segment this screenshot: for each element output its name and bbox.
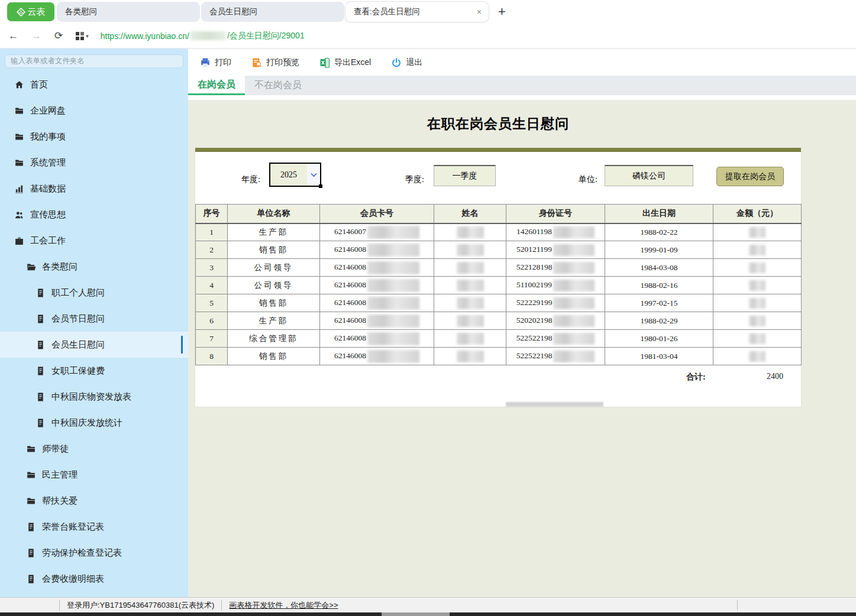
view-tab-strip: 在岗会员 不在岗会员 bbox=[188, 76, 856, 95]
tab-label: 查看:会员生日慰问 bbox=[354, 7, 420, 17]
sidebar-item-label: 中秋国庆物资发放表 bbox=[51, 391, 131, 403]
folder-icon bbox=[14, 158, 24, 168]
refresh-icon[interactable]: ⟳ bbox=[54, 30, 63, 42]
apps-grid-icon[interactable]: ▾ bbox=[76, 32, 89, 40]
print-preview-label: 打印预览 bbox=[266, 57, 299, 68]
browser-tab-active[interactable]: 查看:会员生日慰问 × bbox=[345, 2, 489, 22]
cell-id: 142601198 bbox=[506, 223, 605, 241]
sidebar-item-label: 中秋国庆发放统计 bbox=[51, 417, 122, 429]
sidebar-item[interactable]: 工会工作 bbox=[0, 228, 188, 254]
tab-on-duty-members[interactable]: 在岗会员 bbox=[188, 76, 245, 95]
redacted-blur bbox=[367, 226, 419, 239]
print-preview-button[interactable]: 打印预览 bbox=[251, 57, 299, 68]
cell-amount bbox=[713, 223, 802, 241]
cell-unit: 销售部 bbox=[228, 241, 320, 259]
sidebar-item[interactable]: 企业网盘 bbox=[0, 98, 188, 124]
sidebar-item[interactable]: 职工个人慰问 bbox=[0, 280, 188, 306]
folder-icon bbox=[14, 106, 24, 116]
sidebar-item[interactable]: 中秋国庆物资发放表 bbox=[0, 384, 188, 410]
sidebar-item[interactable]: 首页 bbox=[0, 72, 188, 98]
folder-icon bbox=[26, 444, 36, 454]
total-row: 合计: 2400 bbox=[195, 372, 801, 385]
quarter-field[interactable]: 一季度 bbox=[434, 165, 496, 186]
main-panel: 打印 打印预览 导出Excel 退出 在岗会员 不在岗会员 bbox=[188, 48, 856, 597]
sidebar-item[interactable]: 系统管理 bbox=[0, 150, 188, 176]
sidebar-item[interactable]: 各类慰问 bbox=[0, 254, 188, 280]
year-value: 2025 bbox=[270, 170, 307, 180]
sidebar-search-input[interactable]: 输入表单或者文件夹名 bbox=[5, 54, 183, 68]
table-row: 8销售部621460085225221981981-03-04 bbox=[196, 348, 802, 365]
tab-off-duty-members[interactable]: 不在岗会员 bbox=[245, 76, 311, 95]
close-tab-icon[interactable]: × bbox=[477, 7, 482, 17]
cell-amount bbox=[713, 277, 802, 294]
redacted-blur bbox=[749, 262, 765, 273]
sidebar-item[interactable]: 女职工保健费 bbox=[0, 358, 188, 384]
sidebar-item-label: 劳动保护检查登记表 bbox=[42, 547, 122, 559]
promo-link[interactable]: 画表格开发软件，你也能学会>> bbox=[229, 600, 338, 611]
year-select[interactable]: 2025 bbox=[269, 163, 321, 187]
redacted-blur bbox=[553, 226, 595, 238]
cell-unit: 生产部 bbox=[228, 223, 320, 241]
new-tab-icon[interactable]: + bbox=[498, 4, 506, 20]
address-bar[interactable]: https://www.iyunbiao.cn/ /会员生日慰问/29001 bbox=[101, 31, 305, 41]
unit-field[interactable]: 磷镁公司 bbox=[605, 165, 693, 186]
redacted-blur bbox=[457, 244, 484, 256]
sidebar-item[interactable]: 会员节日慰问 bbox=[0, 306, 188, 332]
sidebar-item[interactable]: 基础数据 bbox=[0, 176, 188, 202]
yunbiao-logo[interactable]: 云表 bbox=[7, 2, 54, 21]
sidebar-item[interactable]: 民主管理 bbox=[0, 462, 188, 488]
url-suffix: /会员生日慰问/29001 bbox=[227, 31, 305, 41]
browser-tab-1[interactable]: 各类慰问 bbox=[57, 2, 200, 22]
sidebar-item[interactable]: 荣誉台账登记表 bbox=[0, 514, 188, 540]
sidebar-item[interactable]: 劳动保护检查登记表 bbox=[0, 540, 188, 566]
redacted-blur bbox=[749, 227, 765, 238]
redacted-blur bbox=[749, 298, 765, 309]
url-prefix: https://www.iyunbiao.cn/ bbox=[101, 31, 189, 41]
browser-tab-2[interactable]: 会员生日慰问 bbox=[201, 2, 344, 22]
sidebar-item[interactable]: 中秋国庆发放统计 bbox=[0, 410, 188, 436]
caret-down-icon: ▾ bbox=[86, 33, 89, 39]
sidebar-item-label: 职工个人慰问 bbox=[51, 287, 105, 299]
cell-unit: 公司领导 bbox=[228, 259, 320, 277]
column-header: 单位名称 bbox=[228, 205, 320, 223]
year-label: 年度: bbox=[241, 174, 260, 185]
viewer-background: 在职在岗会员生日慰问 年度: 2025 季度: 一季度 bbox=[188, 100, 856, 597]
sidebar-item[interactable]: 会费收缴明细表 bbox=[0, 566, 188, 592]
cell-amount bbox=[713, 330, 802, 348]
column-header: 姓名 bbox=[434, 205, 506, 223]
sidebar-item[interactable]: 会员生日慰问 bbox=[0, 332, 188, 358]
sidebar-item[interactable]: 宣传思想 bbox=[0, 202, 188, 228]
redacted-blur bbox=[749, 333, 765, 344]
redacted-blur bbox=[553, 351, 595, 362]
redacted-blur bbox=[367, 244, 419, 257]
cell-unit: 销售部 bbox=[228, 294, 320, 312]
print-button[interactable]: 打印 bbox=[200, 57, 231, 68]
redacted-blur bbox=[457, 262, 484, 274]
cell-birth: 1988-02-29 bbox=[605, 312, 713, 330]
sidebar-item-label: 师带徒 bbox=[42, 443, 69, 455]
sidebar-item[interactable]: 我的事项 bbox=[0, 124, 188, 150]
table-header-row: 序号单位名称会员卡号姓名身份证号出生日期金额（元） bbox=[196, 205, 802, 223]
cell-birth: 1980-01-26 bbox=[605, 330, 713, 348]
users-icon bbox=[14, 210, 24, 220]
extract-members-button[interactable]: 提取在岗会员 bbox=[716, 167, 784, 186]
sidebar-item[interactable]: 女工素质讲坛 bbox=[0, 592, 188, 597]
back-icon[interactable]: ← bbox=[8, 30, 18, 42]
diamond-logo-icon bbox=[17, 8, 25, 17]
cell-id: 522128198 bbox=[506, 259, 605, 277]
export-excel-label: 导出Excel bbox=[334, 57, 371, 68]
folder-icon bbox=[26, 496, 36, 506]
sheet-title: 在职在岗会员生日慰问 bbox=[195, 100, 801, 148]
sidebar-item[interactable]: 帮扶关爱 bbox=[0, 488, 188, 514]
cell-card: 62146008 bbox=[320, 294, 434, 312]
doc-icon bbox=[35, 314, 46, 324]
redacted-blur bbox=[749, 245, 765, 255]
forward-icon[interactable]: → bbox=[31, 30, 41, 42]
export-excel-button[interactable]: 导出Excel bbox=[319, 57, 371, 68]
exit-label: 退出 bbox=[406, 57, 422, 68]
cell-birth: 1981-03-04 bbox=[605, 348, 713, 365]
doc-icon bbox=[35, 340, 46, 350]
cell-unit: 综合管理部 bbox=[228, 330, 320, 348]
sidebar-item[interactable]: 师带徒 bbox=[0, 436, 188, 462]
exit-button[interactable]: 退出 bbox=[391, 57, 422, 68]
